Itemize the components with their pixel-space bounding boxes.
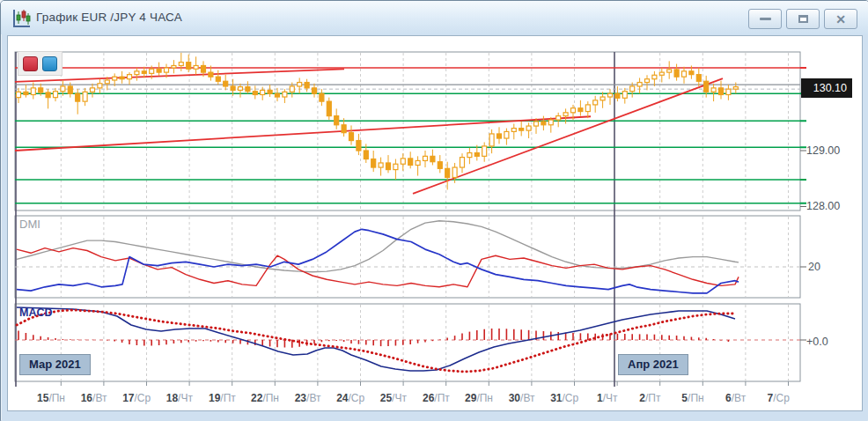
candle-body <box>416 160 420 165</box>
candle-body <box>98 84 102 88</box>
day-label: 15/Пн <box>37 392 65 404</box>
day-label: 16/Вт <box>81 392 107 404</box>
candle-body <box>423 156 428 160</box>
day-label: 1/Чт <box>597 392 618 404</box>
macd-panel-label: MACD <box>19 307 53 319</box>
candle-body <box>283 92 287 97</box>
candle-body <box>231 86 235 90</box>
day-label: 26/Пт <box>423 392 450 404</box>
day-label: 7/Ср <box>768 392 790 404</box>
month-badge-april: Апр 2021 <box>618 354 688 375</box>
day-label: 5/Пн <box>681 392 703 404</box>
candle-body <box>246 87 250 92</box>
candle-body <box>726 89 731 94</box>
candle-body <box>534 122 539 126</box>
candle-body <box>46 92 50 98</box>
candle-body <box>659 72 664 75</box>
candle-body <box>438 162 442 169</box>
macd-zero-label: +0.0 <box>806 336 828 348</box>
day-label: 23/Вт <box>295 392 321 404</box>
candle-body <box>320 93 324 101</box>
candle-body <box>445 168 450 177</box>
day-label: 25/Чт <box>380 392 407 404</box>
candle-body <box>474 153 479 157</box>
candle-body <box>290 86 294 92</box>
day-label: 6/Вт <box>725 392 746 404</box>
day-label: 30/Вт <box>509 392 535 404</box>
candle-body <box>696 75 701 82</box>
candle-body <box>142 71 146 74</box>
candle-body <box>394 164 398 169</box>
candle-body <box>526 126 531 130</box>
chart-mini-toolbar <box>18 51 63 76</box>
candle-body <box>504 131 509 138</box>
candle-body <box>349 133 354 141</box>
candle-body <box>17 92 21 97</box>
candle-body <box>83 92 87 101</box>
day-label: 24/Ср <box>336 392 364 404</box>
candle-body <box>342 125 346 133</box>
red-square-button[interactable] <box>23 56 38 71</box>
candle-body <box>733 87 738 90</box>
candle-body <box>165 68 169 72</box>
price-axis-label-128: 128.00 <box>806 200 840 212</box>
day-label: 31/Ср <box>550 392 578 404</box>
candle-body <box>61 86 65 92</box>
candle-body <box>54 92 58 98</box>
candle-body <box>511 129 516 132</box>
candle-body <box>39 88 43 92</box>
candle-body <box>327 101 331 116</box>
candle-body <box>31 88 35 95</box>
candle-body <box>600 97 605 100</box>
candle-body <box>357 141 361 151</box>
candle-body <box>305 83 309 88</box>
candle-body <box>224 81 228 86</box>
candle-body <box>541 122 546 125</box>
candle-body <box>460 158 465 167</box>
chart-canvas[interactable] <box>1 1 868 421</box>
candle-body <box>563 113 568 116</box>
candle-body <box>150 69 154 73</box>
candle-body <box>24 92 28 94</box>
candle-body <box>91 88 95 92</box>
candle-body <box>608 93 613 97</box>
candle-body <box>556 116 561 120</box>
candle-body <box>630 86 635 92</box>
candle-body <box>364 151 368 159</box>
candle-body <box>622 92 627 99</box>
candle-body <box>386 163 391 170</box>
blue-square-button[interactable] <box>42 56 57 71</box>
candle-body <box>298 83 302 86</box>
candle-body <box>157 69 161 72</box>
candle-body <box>704 81 709 92</box>
candle-body <box>313 88 317 93</box>
candle-body <box>571 108 576 113</box>
candle-body <box>430 156 435 161</box>
candle-body <box>216 77 220 81</box>
candle-body <box>194 65 198 69</box>
candle-body <box>482 146 487 156</box>
candle-body <box>408 159 413 166</box>
day-label: 18/Чт <box>166 392 193 404</box>
candle-body <box>371 159 376 168</box>
candle-body <box>682 71 687 77</box>
candle-body <box>637 83 642 86</box>
candle-body <box>689 71 694 75</box>
candle-body <box>497 134 502 138</box>
candle-body <box>379 163 383 167</box>
candle-body <box>452 167 457 177</box>
candle-body <box>261 90 265 94</box>
candle-body <box>645 79 650 83</box>
price-axis-label-129: 129.00 <box>806 144 840 157</box>
current-price-badge: 130.10 <box>801 78 852 98</box>
candle-body <box>68 86 72 93</box>
candle-body <box>187 63 191 70</box>
candle-body <box>615 93 620 98</box>
candle-body <box>578 108 583 112</box>
day-label: 2/Пт <box>639 392 660 404</box>
candle-body <box>585 105 590 112</box>
candle-body <box>719 88 724 95</box>
month-badge-march: Мар 2021 <box>19 354 91 375</box>
candle-body <box>489 134 494 146</box>
candle-body <box>467 153 472 158</box>
